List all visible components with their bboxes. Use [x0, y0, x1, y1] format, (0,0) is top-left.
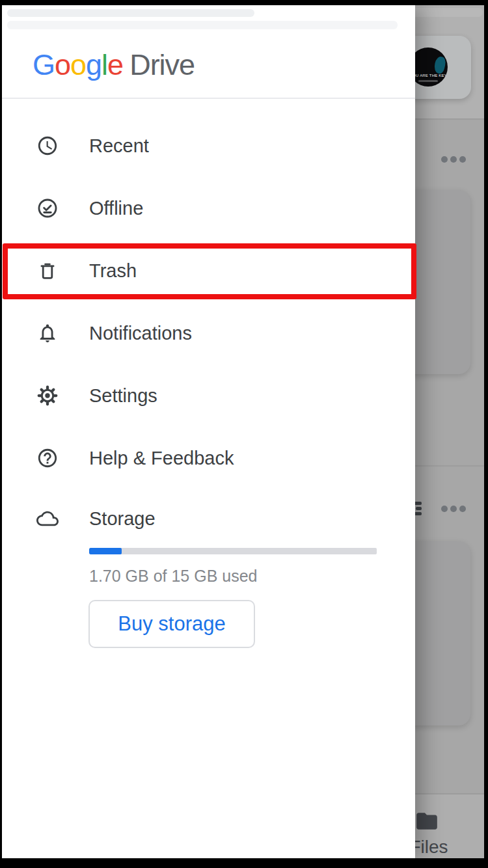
- clock-icon: [36, 135, 59, 157]
- logo-letter: l: [102, 48, 107, 81]
- album-art-title: YOU ARE THE KEY: [410, 74, 446, 77]
- drawer-item-label: Storage: [89, 508, 156, 530]
- drawer-item-offline[interactable]: Offline: [2, 177, 415, 239]
- drawer-item-label: Settings: [89, 385, 157, 407]
- buy-storage-label: Buy storage: [118, 612, 225, 636]
- drawer-item-label: Recent: [89, 135, 149, 157]
- screen-frame: [0, 858, 488, 868]
- header-divider: [2, 98, 415, 99]
- drawer-item-label: Help & Feedback: [89, 448, 234, 469]
- album-art-subtitle-bar: [418, 80, 438, 82]
- more-options-icon: [441, 156, 466, 163]
- screen-frame: [484, 0, 488, 868]
- drawer-item-help-feedback[interactable]: Help & Feedback: [2, 427, 415, 489]
- logo-letter: e: [107, 48, 123, 81]
- drawer-item-notifications[interactable]: Notifications: [2, 302, 415, 364]
- buy-storage-button[interactable]: Buy storage: [88, 600, 255, 648]
- logo-product-name: Drive: [129, 48, 195, 81]
- gear-icon: [36, 385, 59, 407]
- bell-icon: [36, 322, 59, 344]
- drawer-item-recent[interactable]: Recent: [2, 115, 415, 177]
- logo-letter: o: [55, 48, 70, 81]
- help-icon: [36, 447, 59, 469]
- logo-letter: g: [86, 48, 102, 81]
- drawer-item-settings[interactable]: Settings: [2, 364, 415, 427]
- storage-progress-bar: [89, 548, 377, 554]
- status-bar-blur: [7, 9, 254, 17]
- google-drive-logo: GoogleDrive: [33, 47, 195, 83]
- drawer-item-label: Offline: [89, 198, 143, 219]
- offline-pin-icon: [36, 197, 59, 219]
- logo-letter: o: [70, 48, 86, 81]
- cloud-icon: [36, 508, 59, 530]
- status-bar-blur: [7, 21, 398, 29]
- screen-frame: [0, 0, 488, 5]
- logo-letter: G: [33, 48, 55, 81]
- album-art-splash: [433, 55, 447, 74]
- storage-progress-fill: [89, 548, 122, 554]
- folder-icon: [414, 809, 439, 834]
- navigation-drawer: GoogleDrive Recent Offline Trash: [2, 5, 415, 858]
- drawer-item-storage[interactable]: Storage: [2, 487, 415, 550]
- screen-frame: [0, 0, 2, 868]
- more-options-icon: [441, 506, 466, 512]
- storage-used-text: 1.70 GB of 15 GB used: [89, 567, 258, 586]
- annotation-highlight-trash: [3, 243, 416, 299]
- drawer-item-label: Notifications: [89, 323, 192, 344]
